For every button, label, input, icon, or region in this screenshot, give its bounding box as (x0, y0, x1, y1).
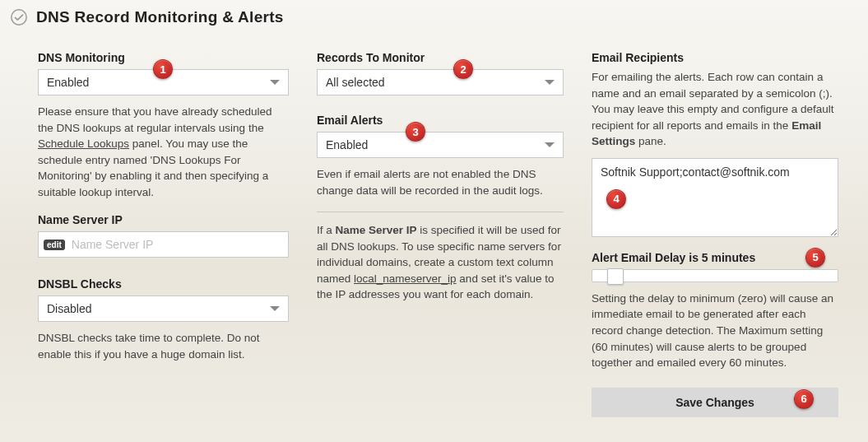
dnsbl-label: DNSBL Checks (38, 277, 289, 291)
dns-monitoring-value: Enabled (47, 76, 89, 89)
chevron-down-icon (545, 80, 555, 85)
dnsbl-help: DNSBL checks take time to complete. Do n… (38, 330, 289, 362)
name-server-ip-input-wrap[interactable]: edit (38, 231, 289, 258)
email-alerts-select[interactable]: Enabled (317, 132, 564, 158)
dns-monitoring-label: DNS Monitoring (38, 51, 289, 64)
email-alerts-label: Email Alerts (317, 114, 564, 127)
name-server-ip-help: If a Name Server IP is specified it will… (317, 222, 564, 303)
column-dns-monitoring: DNS Monitoring Enabled 1 Please ensure t… (38, 46, 289, 417)
email-alerts-value: Enabled (326, 138, 368, 151)
chevron-down-icon (545, 142, 555, 147)
name-server-ip-input[interactable] (70, 237, 283, 252)
check-circle-icon (10, 8, 28, 26)
edit-chip: edit (44, 240, 65, 250)
alert-delay-label: Alert Email Delay is 5 minutes (592, 251, 838, 264)
records-to-monitor-value: All selected (326, 76, 385, 89)
dns-monitoring-help: Please ensure that you have already sche… (38, 104, 289, 200)
alert-delay-help: Setting the delay to minimum (zero) will… (592, 291, 838, 371)
page-header: DNS Record Monitoring & Alerts (0, 0, 868, 38)
dnsbl-value: Disabled (47, 302, 91, 315)
divider (317, 212, 564, 212)
email-recipients-label: Email Recipients (592, 51, 838, 64)
email-recipients-textarea[interactable] (592, 158, 838, 237)
email-alerts-help: Even if email alerts are not enabled the… (317, 166, 564, 198)
name-server-ip-label: Name Server IP (38, 213, 289, 226)
records-to-monitor-label: Records To Monitor (317, 51, 564, 64)
alert-delay-slider[interactable] (592, 269, 838, 282)
records-to-monitor-select[interactable]: All selected (317, 69, 564, 95)
column-recipients: Email Recipients For emailing the alerts… (592, 46, 838, 417)
page-title: DNS Record Monitoring & Alerts (36, 8, 284, 26)
chevron-down-icon (270, 306, 280, 311)
schedule-lookups-link[interactable]: Schedule Lookups (38, 137, 129, 150)
column-records-alerts: Records To Monitor All selected 2 Email … (317, 46, 564, 417)
dns-monitoring-select[interactable]: Enabled (38, 69, 289, 95)
slider-thumb[interactable] (607, 268, 624, 285)
save-changes-button[interactable]: Save Changes (592, 388, 838, 417)
email-recipients-help: For emailing the alerts. Each row can co… (592, 69, 838, 150)
chevron-down-icon (270, 80, 280, 85)
dnsbl-select[interactable]: Disabled (38, 295, 289, 322)
svg-point-0 (12, 10, 26, 25)
